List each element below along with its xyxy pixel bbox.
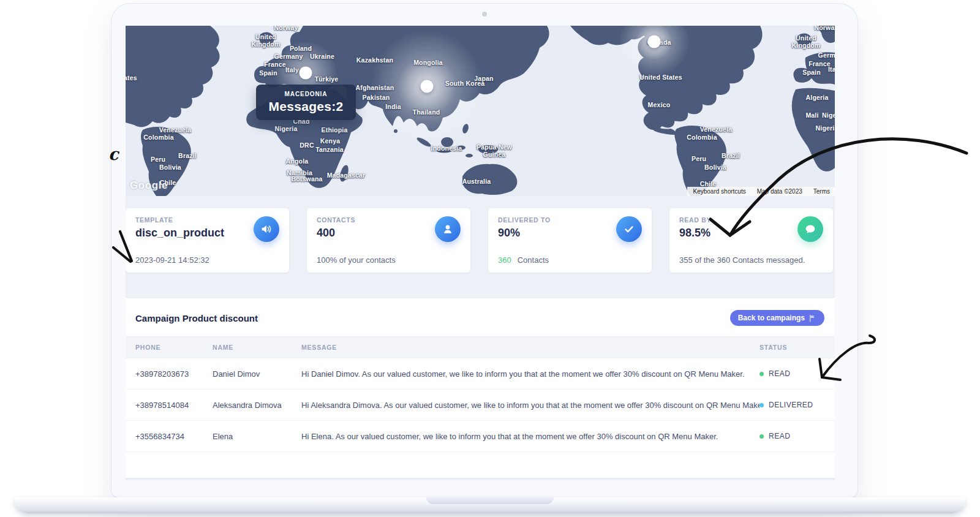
map-country-label: Botswana	[291, 176, 322, 183]
laptop-hinge-notch	[426, 497, 554, 504]
map-country-label: Thailand	[413, 109, 440, 116]
terms-link[interactable]: Terms	[813, 188, 830, 195]
cell-message: Hi Aleksandra Dimova. As our valued cust…	[301, 401, 760, 410]
map-country-label: South Korea	[445, 80, 485, 88]
cell-message: Hi Daniel Dimov. As our valued customer,…	[301, 369, 760, 379]
map-country-label: Peru	[151, 156, 165, 164]
map-country-label: Tanzania	[315, 146, 344, 154]
column-header-status: STATUS	[760, 344, 825, 351]
check-icon	[616, 216, 642, 242]
status-label: READ	[769, 432, 790, 440]
map-country-label: Bolivia	[159, 164, 181, 172]
map-country-label: Mali	[805, 112, 818, 119]
map-marker[interactable]	[300, 67, 312, 80]
map-country-label: Poland	[290, 45, 312, 53]
map-marker[interactable]	[421, 80, 434, 93]
map-country-label: India	[385, 104, 401, 111]
cell-phone: +3556834734	[135, 432, 213, 441]
map-country-label: United Kingdom	[251, 34, 281, 48]
map-country-label: Kazakhstan	[356, 57, 393, 64]
stats-row: TEMPLATE disc_on_product 2023-09-21 14:5…	[126, 208, 835, 273]
map-country-label: Algeria	[806, 94, 829, 102]
tooltip-country: MACEDONIA	[285, 91, 328, 97]
back-to-campaigns-button[interactable]: Back to campaings	[730, 310, 824, 326]
map-marker[interactable]	[648, 36, 661, 48]
map-country-label: Angola	[286, 158, 309, 165]
map-country-label: Germany	[274, 53, 303, 61]
status-dot	[760, 372, 764, 376]
cell-status: DELIVERED	[760, 401, 825, 409]
delivered-label: Contacts	[518, 255, 549, 265]
map-country-label: Italy	[828, 66, 835, 74]
cell-name: Daniel Dimov	[213, 369, 301, 379]
map-country-label: Afghanistan	[356, 85, 394, 92]
laptop-screen: NorwayUnited KingdomPolandGermanyUkraine…	[111, 4, 858, 497]
status-dot	[760, 434, 764, 439]
map-country-label: Türkiye	[315, 76, 339, 83]
map-tooltip: MACEDONIA Messages:2	[256, 85, 356, 120]
marketing-composite: NorwayUnited KingdomPolandGermanyUkraine…	[0, 0, 980, 517]
flag-icon	[809, 314, 816, 322]
map-country-label: Venezuela	[159, 127, 192, 134]
google-logo: Google	[130, 179, 168, 192]
map-country-label: Indonesia	[431, 145, 462, 153]
column-header-message: MESSAGE	[301, 344, 760, 351]
cell-message: Hi Elena. As our valued customer, we lik…	[301, 432, 760, 441]
back-button-label: Back to campaings	[738, 314, 805, 322]
stat-card-read: READ BY 98.5% 355 of the 360 Contacts me…	[669, 208, 833, 273]
map-landmass	[126, 26, 835, 196]
map-country-label: Mongolia	[413, 59, 443, 67]
map-country-label: Colombia	[687, 134, 717, 142]
map-country-label: Peru	[692, 156, 706, 163]
map-country-label: Mexico	[648, 102, 671, 109]
column-header-phone: PHONE	[135, 344, 213, 351]
map-country-label: Madagascar	[327, 172, 366, 179]
map-country-label: Kenya	[320, 138, 341, 145]
map-country-label: United States	[126, 75, 137, 82]
cell-status: READ	[760, 432, 825, 440]
stat-card-contacts: CONTACTS 400 100% of your contacts	[307, 208, 470, 273]
keyboard-shortcuts-link[interactable]: Keyboard shortcuts	[693, 188, 746, 195]
map-country-label: Pakistan	[363, 94, 390, 102]
map-country-label: Spain	[259, 70, 277, 77]
map-country-label: Bolivia	[704, 164, 726, 172]
map-country-label: France	[809, 61, 831, 68]
status-dot	[760, 403, 764, 407]
webcam-dot	[482, 12, 487, 17]
map-country-label: United States	[639, 74, 682, 81]
map-country-label: Ethiopia	[321, 127, 347, 134]
stat-subtext: 2023-09-21 14:52:32	[135, 255, 209, 265]
map-country-label: Australia	[462, 178, 491, 186]
map-country-label: Brazil	[178, 153, 197, 160]
cell-phone: +38978203673	[135, 369, 213, 379]
campaign-header: Campaign Product discount Back to campai…	[126, 298, 835, 336]
world-map[interactable]: NorwayUnited KingdomPolandGermanyUkraine…	[126, 26, 835, 196]
table-row: +38978203673 Daniel Dimov Hi Daniel Dimo…	[126, 358, 835, 390]
laptop-base	[15, 497, 965, 513]
tooltip-messages: Messages:2	[268, 99, 343, 114]
dashboard: NorwayUnited KingdomPolandGermanyUkraine…	[126, 26, 835, 480]
map-country-label: Nigeria	[816, 125, 835, 132]
map-country-label: France	[264, 61, 286, 69]
map-country-label: Brazil	[722, 153, 740, 160]
status-label: DELIVERED	[769, 401, 813, 409]
map-country-label: United Kingdom	[791, 35, 821, 50]
campaign-title: Campaign Product discount	[135, 313, 258, 323]
campaign-panel: Campaign Product discount Back to campai…	[126, 298, 835, 478]
stat-subtext: 100% of your contacts	[317, 255, 396, 265]
map-country-label: Papua New Guinea	[475, 144, 514, 159]
table-header-row: PHONE NAME MESSAGE STATUS	[126, 336, 835, 358]
map-country-label: Ukraine	[310, 53, 334, 61]
stat-subtext: 360Contacts	[498, 255, 549, 265]
table-row: +38978514084 Aleksandra Dimova Hi Aleksa…	[126, 390, 835, 421]
map-attribution: Keyboard shortcuts Map data ©2023 Terms	[687, 187, 835, 196]
stat-card-template: TEMPLATE disc_on_product 2023-09-21 14:5…	[126, 208, 289, 273]
map-country-label: DRC	[300, 142, 314, 149]
map-country-label: Spain	[802, 69, 821, 77]
map-country-label: Norway	[814, 26, 835, 32]
map-country-label: Venezuela	[700, 126, 733, 134]
cell-status: READ	[760, 369, 825, 378]
cell-name: Elena	[213, 432, 301, 441]
user-icon	[435, 216, 461, 242]
map-country-label: Nigeria	[275, 126, 298, 133]
